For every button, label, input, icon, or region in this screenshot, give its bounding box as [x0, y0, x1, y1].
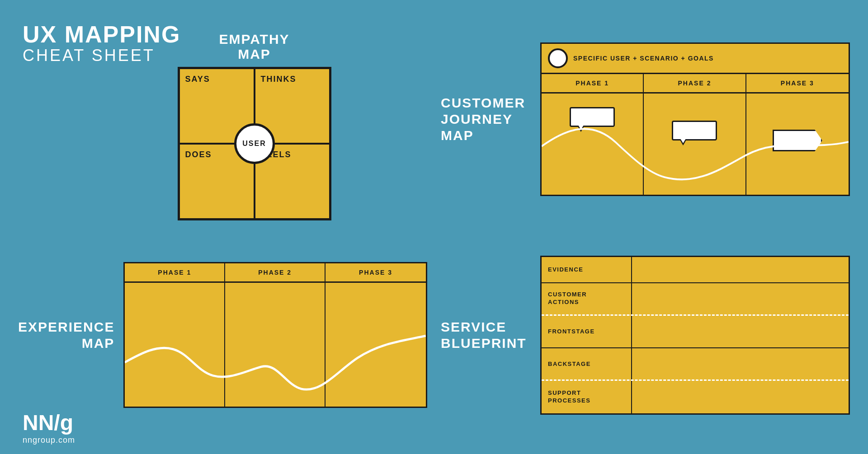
blueprint-customer-actions-row: CUSTOMERACTIONS	[542, 283, 849, 316]
blueprint-backstage-label: BACKSTAGE	[542, 348, 632, 379]
empathy-grid: SAYS THINKS DOES FEELS USER	[178, 67, 331, 220]
empathy-map-label: EMPATHYMAP	[219, 32, 289, 61]
journey-phase1-header: PHASE 1	[542, 74, 644, 92]
quadrant-customer-journey: CUSTOMER JOURNEY MAP SPECIFIC USER + SCE…	[441, 18, 850, 220]
cheat-sheet-subtitle: CHEAT SHEET	[23, 46, 180, 65]
journey-body	[540, 92, 850, 196]
journey-phase2-header: PHASE 2	[644, 74, 746, 92]
customer-journey-label: CUSTOMER JOURNEY MAP	[441, 95, 531, 144]
blueprint-frontstage-content	[632, 316, 849, 347]
exp-phase1-header: PHASE 1	[125, 263, 225, 281]
blueprint-support-label: SUPPORTPROCESSES	[542, 381, 632, 413]
blueprint-evidence-row: EVIDENCE	[542, 257, 849, 283]
blueprint-support-row: SUPPORTPROCESSES	[542, 381, 849, 413]
blueprint-support-content	[632, 381, 849, 413]
journey-scenario-row: SPECIFIC USER + SCENARIO + GOALS	[540, 42, 850, 73]
user-icon	[548, 48, 568, 68]
blueprint-backstage-row: BACKSTAGE	[542, 348, 849, 381]
blueprint-backstage-content	[632, 348, 849, 379]
blueprint-customer-actions-content	[632, 283, 849, 314]
experience-phases-header: PHASE 1 PHASE 2 PHASE 3	[123, 262, 427, 281]
nng-logo: NN/g nngroup.com	[23, 412, 75, 445]
nng-website: nngroup.com	[23, 435, 75, 445]
main-container: UX MAPPING CHEAT SHEET EMPATHYMAP SAYS T…	[0, 0, 868, 454]
journey-phases-header: PHASE 1 PHASE 2 PHASE 3	[540, 73, 850, 92]
exp-phase3-header: PHASE 3	[326, 263, 426, 281]
service-blueprint-label: SERVICE BLUEPRINT	[441, 319, 531, 351]
journey-phase3-header: PHASE 3	[746, 74, 849, 92]
blueprint-grid: EVIDENCE CUSTOMERACTIONS FRONTSTAGE	[540, 256, 850, 415]
blueprint-frontstage-row: FRONTSTAGE	[542, 316, 849, 348]
experience-grid-container: PHASE 1 PHASE 2 PHASE 3	[123, 262, 427, 408]
journey-body-phase2	[644, 94, 746, 195]
experience-body	[123, 281, 427, 408]
exp-phase2-header: PHASE 2	[225, 263, 326, 281]
ux-mapping-title: UX MAPPING	[23, 23, 180, 46]
exp-body-phase2	[225, 283, 326, 407]
user-circle: USER	[234, 123, 275, 164]
journey-grid-container: SPECIFIC USER + SCENARIO + GOALS PHASE 1…	[540, 42, 850, 196]
exp-body-phase1	[125, 283, 225, 407]
exp-body-phase3	[326, 283, 426, 407]
speech-bubble-1	[570, 107, 615, 127]
blueprint-evidence-content	[632, 257, 849, 282]
speech-bubble-2	[672, 121, 717, 140]
quadrant-experience-map: EXPERIENCE MAP PHASE 1 PHASE 2 PHASE 3	[18, 234, 427, 436]
quadrant-service-blueprint: SERVICE BLUEPRINT EVIDENCE CUSTOMERACTIO…	[441, 234, 850, 436]
blueprint-customer-actions-label: CUSTOMERACTIONS	[542, 283, 632, 314]
blueprint-frontstage-label: FRONTSTAGE	[542, 316, 632, 347]
action-box-3	[773, 130, 822, 151]
journey-body-phase3	[746, 94, 849, 195]
quadrant-empathy-map: UX MAPPING CHEAT SHEET EMPATHYMAP SAYS T…	[18, 18, 427, 220]
journey-body-phase1	[542, 94, 644, 195]
nng-logo-text: NN/g	[23, 412, 75, 434]
title-area: UX MAPPING CHEAT SHEET	[23, 23, 180, 65]
journey-user-scenario-cell: SPECIFIC USER + SCENARIO + GOALS	[542, 44, 849, 73]
blueprint-evidence-label: EVIDENCE	[542, 257, 632, 282]
experience-map-label: EXPERIENCE MAP	[18, 319, 114, 351]
